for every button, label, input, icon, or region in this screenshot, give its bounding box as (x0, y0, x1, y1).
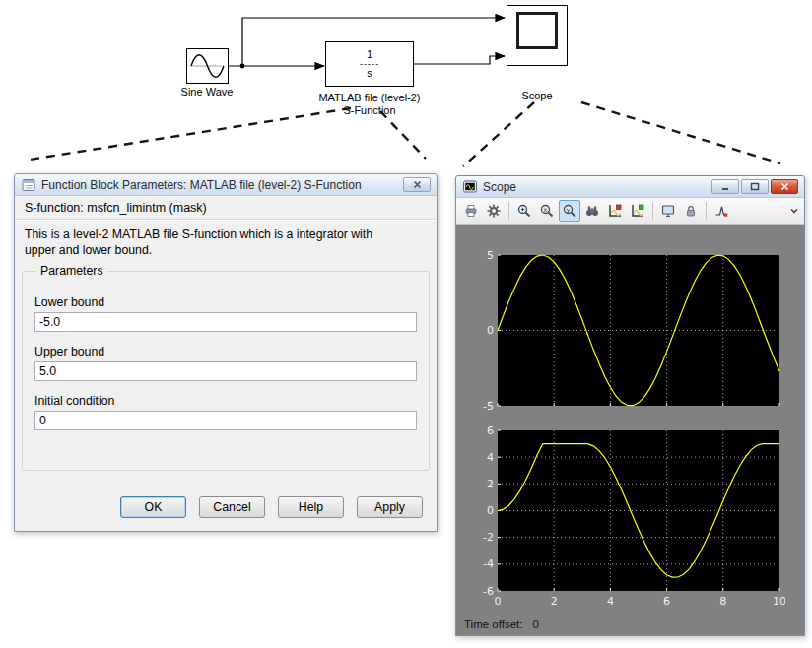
svg-text:6: 6 (663, 595, 670, 608)
apply-button[interactable]: Apply (357, 496, 423, 518)
svg-text:-5: -5 (483, 400, 494, 413)
function-block-parameters-dialog: Function Block Parameters: MATLAB file (… (14, 173, 438, 532)
svg-text:y: y (567, 206, 571, 214)
parameters-group-label: Parameters (36, 264, 107, 278)
dialog-titlebar: Function Block Parameters: MATLAB file (… (15, 174, 437, 196)
block-diagram-wires (0, 0, 812, 175)
zoom-y-icon: y (562, 203, 577, 219)
svg-text:-4: -4 (483, 557, 494, 570)
toolbar-separator (508, 202, 509, 220)
save-axes-button[interactable] (604, 200, 626, 222)
ok-button[interactable]: OK (120, 496, 186, 518)
scope-axes-top: -505 (474, 250, 785, 414)
sfunction-denominator: s (367, 68, 372, 79)
chevron-down-icon (790, 207, 798, 215)
toolbar-separator (706, 202, 707, 220)
print-icon (463, 203, 479, 219)
sine-wave-block[interactable] (186, 48, 229, 84)
close-button[interactable] (771, 179, 798, 194)
sine-wave-icon (187, 49, 228, 83)
zoom-icon (516, 203, 532, 219)
svg-text:-6: -6 (483, 585, 494, 598)
dialog-button-row: OK Cancel Help Apply (120, 496, 423, 518)
initial-condition-label: Initial condition (34, 394, 417, 408)
zoom-y-button[interactable]: y (559, 200, 580, 222)
desktop: Sine Wave 1 ----- s MATLAB file (level-2… (0, 0, 812, 648)
mask-description-line1: This is a level-2 MATLAB file S-function… (25, 227, 372, 241)
print-button[interactable] (460, 200, 482, 222)
svg-text:0: 0 (495, 595, 502, 608)
time-offset-value: 0 (532, 618, 538, 630)
branch-point (240, 64, 245, 69)
close-icon (413, 180, 422, 189)
scope-screen-icon (516, 12, 558, 49)
save-axes-icon (607, 203, 623, 219)
s-function-block[interactable]: 1 ----- s (325, 41, 414, 87)
upper-bound-field[interactable] (34, 361, 417, 381)
binoculars-icon (584, 203, 600, 219)
maximize-button[interactable] (741, 179, 769, 194)
scope-block[interactable] (507, 5, 568, 66)
svg-text:2: 2 (487, 478, 494, 490)
lower-bound-field[interactable] (34, 312, 417, 332)
svg-text:10: 10 (773, 595, 785, 608)
minimize-button[interactable] (711, 179, 739, 194)
scope-window: Scope (455, 175, 805, 636)
callout-dash-left-2 (380, 111, 426, 159)
sine-wave-label: Sine Wave (168, 86, 246, 98)
time-offset-label: Time offset: (464, 618, 522, 630)
lock-axes-button[interactable] (680, 200, 702, 222)
mask-description: This is a level-2 MATLAB file S-function… (25, 227, 427, 258)
parameters-button[interactable] (483, 200, 505, 222)
callout-dash-right-2 (581, 102, 780, 163)
svg-text:5: 5 (487, 250, 494, 262)
gear-icon (486, 203, 502, 219)
s-function-label: MATLAB file (level-2) S-Function (299, 92, 440, 117)
svg-text:4: 4 (607, 595, 614, 608)
toolbar-separator (652, 202, 653, 220)
autoscale-button[interactable] (581, 200, 603, 222)
dialog-title: Function Block Parameters: MATLAB file (… (41, 178, 398, 192)
s-function-label-line2: S-Function (299, 104, 440, 117)
zoom-button[interactable] (513, 200, 535, 222)
scope-block-label: Scope (508, 90, 567, 102)
restore-axes-icon (630, 203, 645, 219)
svg-text:x: x (544, 206, 548, 214)
svg-text:-2: -2 (483, 531, 494, 544)
signal-selection-button[interactable] (710, 200, 732, 222)
svg-text:0: 0 (487, 324, 494, 337)
initial-condition-field[interactable] (34, 411, 417, 430)
maximize-icon (750, 182, 760, 191)
dialog-body: S-function: msfcn_limintm (mask) This is… (15, 196, 437, 531)
time-offset: Time offset: 0 (464, 618, 539, 630)
dialog-close-button[interactable] (403, 177, 431, 192)
lower-bound-label: Lower bound (34, 295, 417, 309)
floating-scope-button[interactable] (657, 200, 679, 222)
scope-plot-canvas: -505 -6-4-202460246810 Time offset: 0 (456, 225, 804, 635)
wire-sfunction-to-scope (414, 56, 505, 64)
svg-text:8: 8 (719, 595, 726, 608)
scope-window-icon (462, 179, 478, 195)
scope-window-title: Scope (483, 180, 707, 194)
mask-type-label: S-function: msfcn_limintm (mask) (25, 201, 427, 215)
dialog-icon (21, 177, 36, 193)
scope-axes-bottom: -6-4-202460246810 (474, 425, 785, 618)
svg-text:0: 0 (487, 504, 494, 517)
help-button[interactable]: Help (278, 496, 344, 518)
svg-text:6: 6 (487, 425, 494, 437)
scope-titlebar: Scope (456, 176, 804, 198)
mask-description-line2: upper and lower bound. (25, 243, 152, 257)
monitor-icon (660, 203, 676, 219)
svg-text:4: 4 (487, 451, 494, 464)
svg-text:2: 2 (551, 595, 558, 608)
toolbar-overflow-chevron[interactable] (790, 207, 798, 215)
lock-icon (683, 203, 699, 219)
cancel-button[interactable]: Cancel (199, 496, 265, 518)
parameters-group: Parameters Lower bound Upper bound Initi… (22, 264, 430, 471)
restore-axes-button[interactable] (627, 200, 648, 222)
callout-dash-right-1 (463, 102, 534, 166)
close-icon (780, 182, 789, 191)
upper-bound-label: Upper bound (34, 345, 417, 358)
zoom-x-icon: x (539, 203, 555, 219)
zoom-x-button[interactable]: x (536, 200, 558, 222)
